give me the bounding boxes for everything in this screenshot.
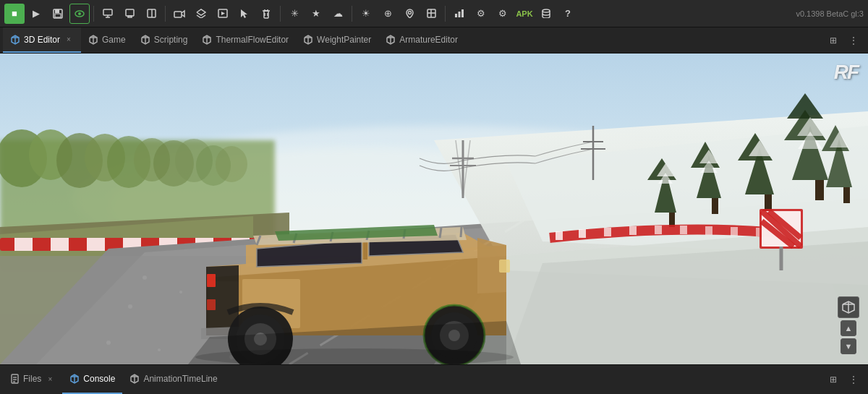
bottom-tab-animation-label: AnimationTimeLine	[143, 374, 217, 384]
separator-2	[165, 6, 166, 22]
play-button[interactable]: ▶	[26, 4, 46, 24]
stack-button[interactable]	[536, 4, 556, 24]
tabs-more-button[interactable]: ⋮	[845, 32, 862, 49]
svg-point-19	[408, 12, 411, 14]
svg-point-122	[158, 348, 161, 351]
desktop-button[interactable]	[119, 4, 140, 24]
svg-point-112	[179, 291, 182, 294]
cloud-button[interactable]: ☁	[328, 4, 348, 24]
animation-icon	[129, 374, 140, 384]
help-button[interactable]: ?	[558, 4, 578, 24]
separator-4	[352, 6, 352, 22]
tabs-end-controls: ⊞ ⋮	[825, 27, 865, 53]
tab-armature-editor[interactable]: ArmatureEditor	[378, 27, 465, 53]
svg-rect-23	[455, 14, 457, 17]
files-icon	[10, 374, 20, 384]
3d-editor-icon	[10, 35, 20, 45]
svg-rect-94	[843, 187, 850, 203]
svg-rect-144	[499, 260, 510, 273]
asterisk-button[interactable]: ✳	[284, 4, 305, 24]
tab-3d-editor-label: 3D Editor	[24, 35, 60, 45]
tabs-bar: 3D Editor × Game Scripting ThermalFlowEd…	[0, 27, 868, 53]
svg-rect-79	[712, 198, 718, 214]
svg-marker-15	[241, 9, 247, 18]
game-icon	[88, 35, 98, 45]
layers-button[interactable]	[191, 4, 211, 24]
svg-rect-24	[459, 12, 461, 17]
bottom-tab-files-label: Files	[23, 374, 41, 384]
bottom-tab-console[interactable]: Console	[62, 365, 122, 394]
thermal-icon	[202, 35, 212, 45]
tab-3d-editor-close[interactable]: ×	[64, 35, 74, 45]
armature-icon	[386, 35, 396, 45]
svg-marker-14	[221, 12, 225, 15]
brightness-button[interactable]: ☀	[356, 4, 376, 24]
tabs-expand-button[interactable]: ⊞	[825, 32, 842, 49]
separator-5	[445, 6, 446, 22]
tab-game-label: Game	[102, 35, 126, 45]
android-button[interactable]: APK	[514, 4, 535, 24]
circle-plus-button[interactable]: ⊕	[378, 4, 398, 24]
nav-up-button[interactable]: ▲	[841, 320, 856, 336]
svg-rect-1	[55, 9, 59, 13]
tab-weight-painter[interactable]: WeightPainter	[296, 27, 378, 53]
save-button[interactable]	[48, 4, 68, 24]
nav-cube[interactable]	[838, 296, 859, 318]
tab-game[interactable]: Game	[81, 27, 133, 53]
svg-point-111	[142, 275, 147, 280]
nav-down-button[interactable]: ▼	[841, 338, 856, 354]
rf-watermark: RF	[834, 61, 858, 84]
version-label: v0.1398 BetaC gl:3	[796, 9, 864, 18]
scripting-icon	[140, 35, 150, 45]
tab-thermal-flow[interactable]: ThermalFlowEditor	[195, 27, 296, 53]
settings2-button[interactable]: ⚙	[493, 4, 513, 24]
tab-scripting[interactable]: Scripting	[133, 27, 195, 53]
bottom-end-controls: ⊞ ⋮	[825, 365, 865, 394]
stop-button[interactable]: ■	[4, 4, 25, 24]
bottom-tab-console-label: Console	[83, 374, 115, 384]
console-icon	[69, 374, 80, 384]
tab-3d-editor[interactable]: 3D Editor ×	[3, 27, 81, 53]
camera-button[interactable]	[169, 4, 190, 24]
svg-rect-58	[87, 238, 105, 251]
svg-point-52	[216, 146, 247, 182]
separator-1	[93, 6, 94, 22]
settings-button[interactable]: ⚙	[471, 4, 491, 24]
star-button[interactable]: ★	[306, 4, 326, 24]
bottom-tab-files[interactable]: Files ×	[3, 365, 62, 394]
svg-rect-5	[103, 9, 112, 15]
screen2-button[interactable]	[421, 4, 441, 24]
monitor-button[interactable]	[98, 4, 118, 24]
svg-point-26	[542, 9, 550, 12]
scene-container	[0, 53, 868, 364]
bottom-more-button[interactable]: ⋮	[845, 371, 862, 388]
cursor-button[interactable]	[234, 4, 255, 24]
svg-point-121	[106, 341, 111, 345]
bottom-tab-files-close[interactable]: ×	[45, 374, 55, 384]
map-button[interactable]	[399, 4, 420, 24]
svg-rect-89	[815, 180, 824, 200]
separator-3	[280, 6, 281, 22]
bottom-expand-button[interactable]: ⊞	[825, 371, 842, 388]
top-toolbar: ■ ▶	[0, 0, 868, 27]
bottom-bar: Files × Console AnimationTimeLine ⊞ ⋮	[0, 364, 868, 394]
svg-rect-25	[461, 9, 464, 17]
svg-line-141	[461, 227, 461, 237]
layout-button[interactable]	[141, 4, 161, 24]
scene-svg	[0, 53, 868, 364]
svg-rect-56	[14, 238, 33, 251]
delete-button[interactable]	[256, 4, 276, 24]
chart-button[interactable]	[449, 4, 469, 24]
svg-rect-9	[128, 16, 132, 17]
svg-point-4	[78, 12, 81, 15]
weight-painter-icon	[303, 35, 313, 45]
tab-thermal-label: ThermalFlowEditor	[216, 35, 289, 45]
view-button[interactable]	[69, 4, 90, 24]
tab-scripting-label: Scripting	[154, 35, 188, 45]
viewport[interactable]: RF ▲ ▼	[0, 53, 868, 364]
svg-rect-57	[51, 238, 69, 251]
screen-record-button[interactable]	[213, 4, 233, 24]
bottom-tab-animation[interactable]: AnimationTimeLine	[122, 365, 224, 394]
svg-rect-8	[126, 9, 134, 16]
nav-widget: ▲ ▼	[838, 296, 859, 354]
